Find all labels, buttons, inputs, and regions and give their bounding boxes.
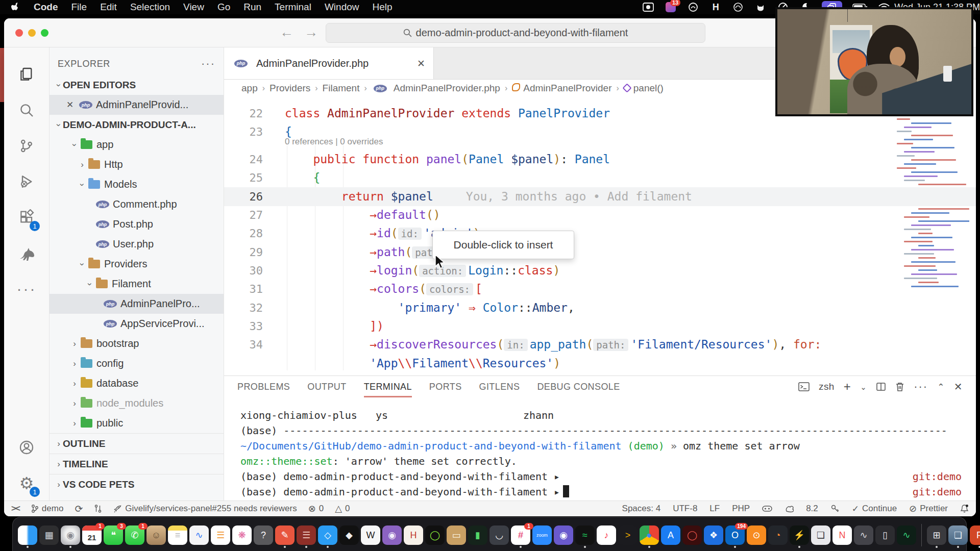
- activitybar-source-control-icon[interactable]: [10, 128, 43, 164]
- activitybar-extensions-icon[interactable]: 1: [10, 199, 43, 235]
- sidebar-section-outline[interactable]: ›OUTLINE: [50, 433, 224, 454]
- dock-tan-terminal[interactable]: ▭: [447, 525, 466, 545]
- dock-news[interactable]: N: [832, 525, 852, 545]
- activitybar-more-tools-icon[interactable]: ···: [10, 271, 43, 307]
- dock-finder[interactable]: [18, 525, 37, 545]
- menu-item-window[interactable]: Window: [318, 2, 366, 12]
- dock-reminders[interactable]: ☰: [211, 525, 230, 545]
- dock-contacts[interactable]: ☺: [146, 525, 166, 545]
- menu-item-code[interactable]: Code: [27, 2, 65, 12]
- status-key-icon[interactable]: [830, 504, 840, 513]
- tree-item-config[interactable]: ›config: [50, 354, 224, 373]
- tree-item-models[interactable]: ›Models: [50, 174, 224, 194]
- minimize-window-button[interactable]: [28, 29, 36, 37]
- status-0[interactable]: ⊗0: [308, 503, 324, 514]
- status-8-2[interactable]: 8.2: [806, 504, 818, 514]
- tree-item-bootstrap[interactable]: ›bootstrap: [50, 334, 224, 354]
- status-spaces-4[interactable]: Spaces: 4: [622, 504, 661, 514]
- status-givelify-services-panel-255-needs-reviewers[interactable]: Givelify/services-panel#255 needs review…: [113, 504, 297, 514]
- dock-phone-mirroring[interactable]: ▯: [875, 525, 895, 545]
- dock-roblox[interactable]: ❏: [811, 525, 830, 545]
- activitybar-settings-gear-icon[interactable]: ⚙1: [10, 465, 43, 501]
- dock-launchpad[interactable]: ▦: [39, 525, 59, 545]
- activitybar-account-icon[interactable]: [10, 430, 43, 465]
- breadcrumb-app[interactable]: app: [241, 83, 258, 94]
- menu-item-edit[interactable]: Edit: [93, 2, 124, 12]
- tree-item-filament[interactable]: ›Filament: [50, 274, 224, 294]
- status-prettier[interactable]: ⊘Prettier: [909, 503, 948, 514]
- dock-wikipedia[interactable]: W: [361, 525, 380, 545]
- tree-item-appserviceprovi-[interactable]: phpAppServiceProvi...: [50, 314, 224, 334]
- dock-database-app[interactable]: ☰: [297, 525, 316, 545]
- cat-app-icon[interactable]: [754, 1, 767, 13]
- panel-tab-gitlens[interactable]: GITLENS: [479, 376, 520, 397]
- dock-discord[interactable]: ◡: [489, 525, 509, 545]
- dock-gray-swirl-app[interactable]: ◉: [61, 525, 80, 545]
- panel-tab-terminal[interactable]: TERMINAL: [364, 376, 412, 397]
- breadcrumb-filament[interactable]: Filament: [323, 83, 360, 94]
- menu-item-go[interactable]: Go: [211, 2, 237, 12]
- dock-spotify[interactable]: ≈: [575, 525, 595, 545]
- codelens[interactable]: 0 references | 0 overrides: [285, 137, 383, 147]
- status-gitlens-compare-icon[interactable]: [94, 504, 102, 513]
- panel-tab-ports[interactable]: PORTS: [429, 376, 462, 397]
- breadcrumb-panel-[interactable]: panel(): [624, 83, 664, 94]
- panel-tab-problems[interactable]: PROBLEMS: [237, 376, 290, 397]
- sidebar-section-vs-code-pets[interactable]: ›VS CODE PETS: [50, 474, 224, 494]
- code-editor[interactable]: Double-click to insert 22class AdminPane…: [224, 97, 976, 375]
- menu-item-run[interactable]: Run: [237, 2, 268, 12]
- tree-item-providers[interactable]: ›Providers: [50, 254, 224, 274]
- chevron-up-icon[interactable]: ⌃: [937, 381, 945, 392]
- terminal-icon[interactable]: [798, 382, 810, 392]
- status-utf-8[interactable]: UTF-8: [673, 504, 697, 514]
- nav-back-icon[interactable]: ←: [280, 24, 293, 40]
- status-squirrel-icon[interactable]: [785, 505, 794, 513]
- dock-desktop-preview[interactable]: ❏: [948, 525, 968, 545]
- dock-unity[interactable]: ◆: [339, 525, 359, 545]
- breadcrumb-adminpanelprovider[interactable]: AdminPanelProvider: [512, 83, 611, 94]
- dock-vscode[interactable]: ◇: [318, 525, 337, 545]
- dock-messages[interactable]: ❝3: [104, 525, 123, 545]
- dock-outlook[interactable]: O194: [725, 525, 745, 545]
- dock-dark-green-app[interactable]: ▮: [468, 525, 487, 545]
- dock-powerpoint[interactable]: P: [970, 525, 980, 545]
- command-center-search[interactable]: demo-admin-product-and-beyond-with-filam…: [326, 23, 705, 43]
- app-badge-icon[interactable]: 13: [665, 1, 677, 13]
- menu-item-selection[interactable]: Selection: [124, 2, 177, 12]
- dock-gauge-app[interactable]: ◔: [768, 525, 788, 545]
- dock-waveform-app[interactable]: ∿: [854, 525, 873, 545]
- shell-label[interactable]: zsh: [819, 381, 835, 392]
- tree-item-http[interactable]: ›Http: [50, 155, 224, 174]
- status-remote-icon[interactable]: ><: [11, 504, 19, 514]
- dock-purple-app[interactable]: ◉: [554, 525, 573, 545]
- split-icon[interactable]: [876, 382, 886, 392]
- dock-freeform[interactable]: ∿: [189, 525, 209, 545]
- tree-item-comment-php[interactable]: phpComment.php: [50, 194, 224, 214]
- dock-notes[interactable]: ≡: [168, 525, 187, 545]
- status-lf[interactable]: LF: [709, 504, 720, 514]
- activitybar-explorer-icon[interactable]: [10, 57, 43, 92]
- tree-item-post-php[interactable]: phpPost.php: [50, 214, 224, 234]
- dock-homebrew[interactable]: H: [404, 525, 423, 545]
- dock-pen-app[interactable]: ✎: [275, 525, 295, 545]
- dock-app-store[interactable]: A: [661, 525, 680, 545]
- dock-chrome[interactable]: ●: [640, 525, 659, 545]
- dock-calendar[interactable]: 211: [82, 525, 102, 545]
- sidebar-section-demo-admin-product-a-[interactable]: ›DEMO-ADMIN-PRODUCT-A...: [50, 115, 224, 135]
- h-app-icon[interactable]: H: [709, 1, 722, 13]
- dock-missing-app[interactable]: ?: [254, 525, 273, 545]
- activitybar-run-debug-icon[interactable]: [10, 164, 43, 199]
- breadcrumb-providers[interactable]: Providers: [270, 83, 310, 94]
- close-tab-icon[interactable]: ✕: [417, 58, 425, 69]
- tree-item-adminpanelpro-[interactable]: phpAdminPanelPro...: [50, 294, 224, 314]
- dock-terminal-ecg[interactable]: ∿: [897, 525, 916, 545]
- dock-facetime[interactable]: ✆1: [125, 525, 144, 545]
- status-php[interactable]: PHP: [732, 504, 750, 514]
- status-copilot-icon[interactable]: [762, 505, 772, 513]
- creative-cloud-icon[interactable]: [687, 1, 699, 13]
- breadcrumb-adminpanelprovider-php[interactable]: phpAdminPanelProvider.php: [372, 83, 500, 94]
- sidebar-section-open-editors[interactable]: ›OPEN EDITORS: [50, 75, 224, 95]
- dock-github-desktop[interactable]: ◉: [382, 525, 402, 545]
- tab-adminpanelprovider[interactable]: php AdminPanelProvider.php ✕: [224, 47, 434, 79]
- menu-item-view[interactable]: View: [177, 2, 211, 12]
